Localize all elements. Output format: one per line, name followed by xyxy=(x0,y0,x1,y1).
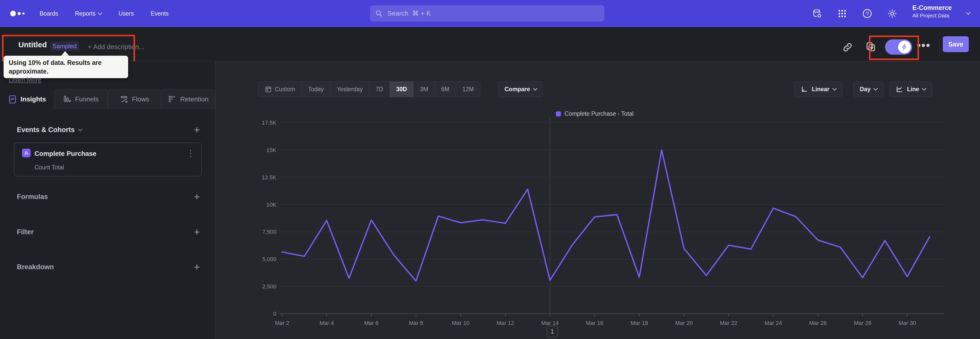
nav-item-reports[interactable]: Reports xyxy=(75,10,102,17)
lightning-bolt-icon xyxy=(901,44,908,50)
search-icon xyxy=(375,10,383,18)
range-button-custom[interactable]: Custom xyxy=(258,82,301,97)
section-row-filter: Filter+ xyxy=(17,227,200,237)
tab-label: Flows xyxy=(132,95,149,103)
boost-toggle[interactable] xyxy=(885,39,912,55)
x-axis-label: Mar 8 xyxy=(409,320,423,326)
tab-retention[interactable]: Retention xyxy=(161,89,215,109)
event-card[interactable]: A Complete Purchase Count Total ⋮ xyxy=(14,142,202,176)
y-axis-label: 7,500 xyxy=(262,229,277,235)
sampling-tooltip: Using 10% of data. Results are approxima… xyxy=(3,56,128,78)
x-axis-label: Mar 10 xyxy=(452,320,469,326)
report-type-tabs: InsightsFunnelsFlowsRetention xyxy=(0,89,215,109)
x-axis-label: Mar 4 xyxy=(320,320,334,326)
apps-grid-icon[interactable] xyxy=(837,8,848,19)
tab-flows[interactable]: Flows xyxy=(108,89,162,109)
tab-funnels[interactable]: Funnels xyxy=(54,89,108,109)
help-icon[interactable]: ? xyxy=(862,8,873,19)
add-filter-button[interactable]: + xyxy=(194,227,200,237)
section-row-breakdown: Breakdown+ xyxy=(17,262,200,272)
events-cohorts-header[interactable]: Events & Cohorts xyxy=(17,126,82,134)
svg-text:?: ? xyxy=(865,11,869,17)
funnels-icon xyxy=(63,95,72,104)
x-axis-label: Mar 26 xyxy=(809,320,827,326)
x-axis-label: Mar 24 xyxy=(765,320,782,326)
top-nav-icon-group: ? xyxy=(811,0,898,27)
linear-axis-icon xyxy=(800,85,808,93)
x-axis-label: Mar 2 xyxy=(275,320,289,326)
y-axis-label: 17.5K xyxy=(262,120,277,126)
range-button-yesterday[interactable]: Yesterday xyxy=(330,82,369,97)
series-line-complete-purchase[interactable] xyxy=(282,150,930,281)
add-to-board-icon[interactable] xyxy=(865,42,877,54)
interval-chevron-down-icon xyxy=(873,86,878,91)
tooltip-message: Using 10% of data. Results are approxima… xyxy=(9,58,123,76)
copy-link-icon[interactable] xyxy=(842,42,853,54)
settings-gear-icon[interactable] xyxy=(886,8,898,19)
add-description-field[interactable]: + Add description... xyxy=(88,43,145,51)
interval-dropdown[interactable]: Day xyxy=(853,81,883,97)
search-bar[interactable] xyxy=(370,5,605,21)
add-event-button[interactable]: + xyxy=(194,125,200,135)
scale-chevron-down-icon xyxy=(832,86,837,91)
range-button-30d[interactable]: 30D xyxy=(390,82,413,97)
tab-insights[interactable]: Insights xyxy=(0,89,54,109)
data-management-icon[interactable] xyxy=(811,8,823,19)
x-axis-label: Mar 18 xyxy=(631,320,648,326)
header-actions-divider xyxy=(939,39,940,54)
compare-chevron-down-icon xyxy=(533,86,537,91)
section-label: Formulas xyxy=(17,193,48,201)
top-nav-items: BoardsReportsUsersEvents xyxy=(40,0,169,27)
events-chevron-down-icon xyxy=(78,127,83,131)
section-row-formulas: Formulas+ xyxy=(17,192,200,202)
nav-chevron-down-icon xyxy=(98,11,102,15)
y-axis-label: 15K xyxy=(266,147,277,153)
learn-more-link[interactable]: Learn More xyxy=(9,76,123,84)
report-header-bar xyxy=(0,27,980,61)
search-input[interactable] xyxy=(387,9,599,18)
add-breakdown-button[interactable]: + xyxy=(194,262,200,272)
project-chevron-down-icon[interactable] xyxy=(966,10,970,15)
range-button-3m[interactable]: 3M xyxy=(414,82,434,97)
calendar-icon xyxy=(265,86,272,93)
compare-button[interactable]: Compare xyxy=(498,81,543,97)
section-label: Filter xyxy=(17,228,34,236)
project-scope: All Project Data xyxy=(912,13,952,19)
sampled-badge[interactable]: Sampled xyxy=(50,42,79,51)
scale-dropdown[interactable]: Linear xyxy=(794,81,842,97)
report-title[interactable]: Untitled xyxy=(18,40,47,49)
tooltip-arrow xyxy=(61,51,69,56)
event-kebab-menu-icon[interactable]: ⋮ xyxy=(186,148,195,158)
line-chart[interactable]: 02,5005,0007,50010K12.5K15K17.5KMar 2Mar… xyxy=(255,110,955,335)
y-axis-label: 0 xyxy=(273,311,277,317)
x-axis-label: Mar 6 xyxy=(364,320,379,326)
range-button-6m[interactable]: 6M xyxy=(434,82,456,97)
series-letter-badge: A xyxy=(22,149,30,157)
chart-type-chevron-down-icon xyxy=(922,86,926,91)
line-chart-icon xyxy=(896,85,904,93)
mixpanel-logo-icon[interactable] xyxy=(10,0,24,27)
range-button-today[interactable]: Today xyxy=(301,82,330,97)
save-button[interactable]: Save xyxy=(943,36,969,52)
x-axis-label: Mar 14 xyxy=(541,320,558,326)
tab-label: Retention xyxy=(180,95,208,103)
range-button-12m[interactable]: 12M xyxy=(456,82,480,97)
range-button-7d[interactable]: 7D xyxy=(369,82,390,97)
project-name: E-Commerce xyxy=(912,4,952,11)
x-axis-label: Mar 16 xyxy=(586,320,603,326)
chart-type-dropdown[interactable]: Line xyxy=(889,81,932,97)
more-actions-button[interactable]: ••• xyxy=(917,38,931,52)
section-label: Breakdown xyxy=(17,263,54,271)
chart-pagination[interactable]: 1 xyxy=(547,326,558,337)
y-axis-label: 12.5K xyxy=(262,174,277,181)
event-name[interactable]: Complete Purchase xyxy=(35,150,97,158)
nav-item-users[interactable]: Users xyxy=(118,10,134,17)
add-formulas-button[interactable]: + xyxy=(194,192,200,202)
project-selector[interactable]: E-Commerce All Project Data xyxy=(912,4,952,19)
retention-icon xyxy=(168,95,177,104)
nav-item-events[interactable]: Events xyxy=(151,10,169,17)
x-axis-label: Mar 22 xyxy=(720,320,737,326)
event-metric[interactable]: Count Total xyxy=(35,164,64,171)
toggle-knob xyxy=(898,41,911,53)
nav-item-boards[interactable]: Boards xyxy=(40,10,58,17)
